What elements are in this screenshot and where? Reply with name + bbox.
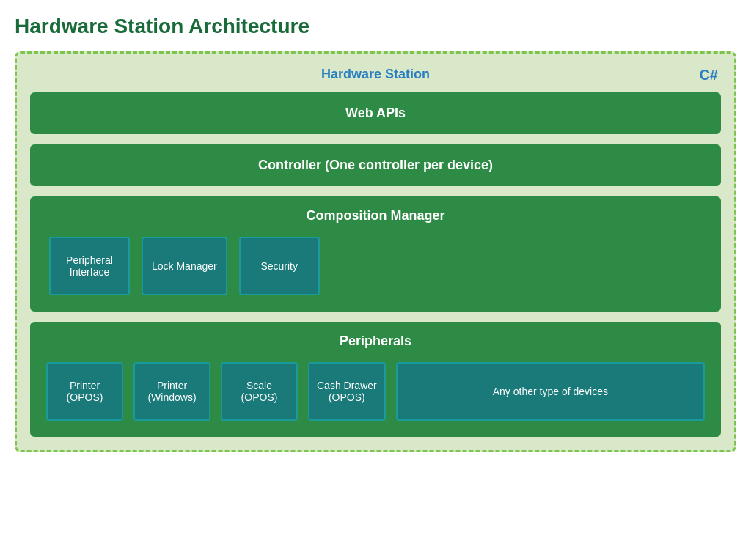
any-other-devices-box: Any other type of devices bbox=[396, 362, 705, 421]
composition-manager-title: Composition Manager bbox=[42, 208, 709, 224]
cash-drawer-opos-label: Cash Drawer (OPOS) bbox=[317, 380, 377, 403]
controller-block: Controller (One controller per device) bbox=[30, 144, 721, 186]
cash-drawer-opos-box: Cash Drawer (OPOS) bbox=[308, 362, 386, 421]
peripherals-title: Peripherals bbox=[42, 334, 709, 349]
printer-windows-label: Printer (Windows) bbox=[147, 380, 196, 403]
web-apis-block: Web APIs bbox=[30, 92, 721, 134]
csharp-badge: C# bbox=[699, 67, 718, 84]
security-box: Security bbox=[239, 237, 320, 295]
scale-opos-box: Scale (OPOS) bbox=[221, 362, 298, 421]
lock-manager-label: Lock Manager bbox=[152, 260, 217, 272]
security-label: Security bbox=[260, 260, 298, 272]
peripherals-block: Peripherals Printer (OPOS) Printer (Wind… bbox=[30, 322, 721, 437]
composition-items-row: Peripheral Interface Lock Manager Securi… bbox=[42, 237, 709, 295]
station-label: Hardware Station bbox=[30, 67, 721, 82]
peripheral-interface-box: Peripheral Interface bbox=[49, 237, 130, 295]
printer-windows-box: Printer (Windows) bbox=[133, 362, 210, 421]
hardware-station-container: Hardware Station C# Web APIs Controller … bbox=[15, 51, 736, 452]
printer-opos-label: Printer (OPOS) bbox=[67, 380, 103, 403]
peripheral-interface-label: Peripheral Interface bbox=[66, 254, 113, 278]
any-other-devices-label: Any other type of devices bbox=[493, 386, 608, 397]
composition-manager-block: Composition Manager Peripheral Interface… bbox=[30, 196, 721, 312]
printer-opos-box: Printer (OPOS) bbox=[46, 362, 123, 421]
page-title: Hardware Station Architecture bbox=[15, 15, 736, 38]
peripheral-items-row: Printer (OPOS) Printer (Windows) Scale (… bbox=[42, 362, 709, 421]
scale-opos-label: Scale (OPOS) bbox=[241, 380, 278, 403]
lock-manager-box: Lock Manager bbox=[142, 237, 227, 295]
